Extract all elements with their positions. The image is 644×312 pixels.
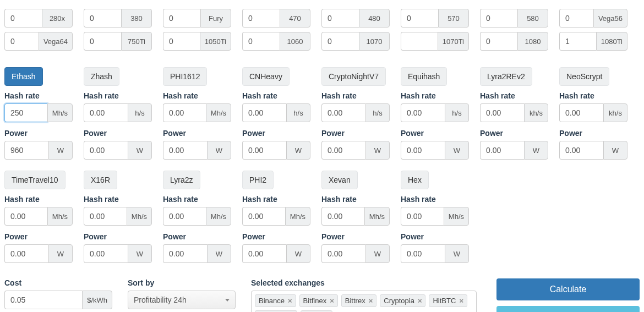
hash-rate-label: Hash rate: [84, 195, 152, 204]
hash-rate-label: Hash rate: [242, 91, 310, 100]
gpu-count-input[interactable]: [321, 9, 359, 28]
exchange-tag[interactable]: HitBTC×: [429, 294, 467, 307]
algo-button[interactable]: Lyra2z: [163, 171, 200, 189]
algo-button[interactable]: Zhash: [84, 67, 119, 86]
hash-rate-unit: h/s: [365, 103, 390, 122]
power-input[interactable]: [401, 141, 445, 160]
power-input[interactable]: [84, 141, 128, 160]
algo-button[interactable]: CNHeavy: [242, 67, 290, 86]
close-icon[interactable]: ×: [288, 297, 292, 305]
hash-rate-input[interactable]: [163, 103, 206, 122]
close-icon[interactable]: ×: [459, 297, 463, 305]
power-input[interactable]: [559, 141, 603, 160]
exchange-tag[interactable]: Cryptopia×: [380, 294, 425, 307]
gpu-count-input[interactable]: [84, 9, 121, 28]
gpu-count-input[interactable]: [84, 32, 121, 51]
hash-rate-input[interactable]: [401, 103, 445, 122]
power-label: Power: [321, 232, 390, 241]
power-input[interactable]: [321, 141, 365, 160]
power-unit: W: [445, 141, 469, 160]
close-icon[interactable]: ×: [369, 297, 373, 305]
gpu-count-input[interactable]: [401, 32, 438, 51]
hash-rate-unit: Mh/s: [206, 207, 231, 226]
power-label: Power: [480, 129, 548, 138]
exchange-tag[interactable]: Bitfinex×: [299, 294, 338, 307]
gpu-count-input[interactable]: [480, 32, 517, 51]
gpu-count-input[interactable]: [559, 32, 596, 51]
close-icon[interactable]: ×: [418, 297, 422, 305]
power-input[interactable]: [242, 244, 286, 263]
exchange-tag[interactable]: Binance×: [255, 294, 296, 307]
power-input[interactable]: [401, 244, 445, 263]
gpu-count-input[interactable]: [163, 32, 200, 51]
algo-button[interactable]: CryptoNightV7: [321, 67, 386, 86]
power-input[interactable]: [84, 244, 128, 263]
hash-rate-input[interactable]: [321, 103, 365, 122]
algo-button[interactable]: Lyra2REv2: [480, 67, 532, 86]
gpu-count-input[interactable]: [242, 9, 280, 28]
power-input[interactable]: [163, 244, 207, 263]
algo-button[interactable]: Equihash: [401, 67, 447, 86]
hash-rate-unit: Mh/s: [444, 207, 469, 226]
gpu-count-input[interactable]: [480, 9, 517, 28]
power-input[interactable]: [321, 244, 365, 263]
power-unit: W: [128, 141, 152, 160]
hash-rate-input[interactable]: [480, 103, 524, 122]
gpu-label: 1070Ti: [438, 32, 469, 51]
gpu-count-input[interactable]: [163, 9, 200, 28]
gpu-count-input[interactable]: [559, 9, 593, 28]
hash-rate-input[interactable]: [4, 103, 47, 122]
gpu-count-input[interactable]: [242, 32, 280, 51]
gpu-label: 480: [359, 9, 390, 28]
gpu-label: 580: [517, 9, 548, 28]
cost-input[interactable]: [4, 291, 82, 309]
hash-rate-input[interactable]: [84, 207, 127, 226]
hash-rate-unit: kh/s: [524, 103, 548, 122]
gpu-label: 470: [280, 9, 310, 28]
defaults-button[interactable]: Defaults: [496, 306, 640, 312]
sort-by-select[interactable]: Profitability 24h: [128, 291, 236, 309]
power-unit: W: [365, 141, 390, 160]
power-input[interactable]: [163, 141, 207, 160]
algo-button[interactable]: X16R: [84, 171, 117, 189]
hash-rate-label: Hash rate: [163, 91, 231, 100]
hash-rate-unit: Mh/s: [47, 207, 73, 226]
algo-button[interactable]: PHI2: [242, 171, 274, 189]
algo-button[interactable]: NeoScrypt: [559, 67, 609, 86]
power-label: Power: [401, 129, 469, 138]
power-input[interactable]: [4, 244, 48, 263]
power-input[interactable]: [242, 141, 286, 160]
hash-rate-input[interactable]: [4, 207, 47, 226]
hash-rate-label: Hash rate: [163, 195, 231, 204]
algo-button[interactable]: Ethash: [4, 67, 43, 86]
hash-rate-input[interactable]: [163, 207, 206, 226]
calculate-button[interactable]: Calculate: [496, 278, 640, 300]
algo-button[interactable]: Hex: [401, 171, 429, 189]
gpu-count-input[interactable]: [401, 9, 438, 28]
exchanges-tagbox[interactable]: Binance×Bitfinex×Bittrex×Cryptopia×HitBT…: [251, 291, 477, 312]
power-input[interactable]: [4, 141, 48, 160]
hash-rate-unit: Mh/s: [285, 207, 310, 226]
power-unit: W: [207, 244, 231, 263]
hash-rate-input[interactable]: [321, 207, 364, 226]
gpu-label: 570: [438, 9, 469, 28]
close-icon[interactable]: ×: [330, 297, 334, 305]
exchange-tag-label: HitBTC: [433, 297, 456, 305]
selected-exchanges-label: Selected exchanges: [251, 278, 481, 287]
power-label: Power: [84, 129, 152, 138]
algo-button[interactable]: PHI1612: [163, 67, 207, 86]
hash-rate-input[interactable]: [242, 103, 286, 122]
hash-rate-input[interactable]: [84, 103, 128, 122]
gpu-count-input[interactable]: [4, 32, 39, 51]
algo-button[interactable]: Xevan: [321, 171, 358, 189]
power-unit: W: [365, 244, 390, 263]
hash-rate-input[interactable]: [559, 103, 603, 122]
sort-by-value: Profitability 24h: [134, 295, 187, 304]
hash-rate-input[interactable]: [242, 207, 285, 226]
power-input[interactable]: [480, 141, 524, 160]
exchange-tag[interactable]: Bittrex×: [341, 294, 376, 307]
gpu-count-input[interactable]: [4, 9, 42, 28]
algo-button[interactable]: TimeTravel10: [4, 171, 66, 189]
gpu-count-input[interactable]: [321, 32, 359, 51]
hash-rate-input[interactable]: [401, 207, 444, 226]
